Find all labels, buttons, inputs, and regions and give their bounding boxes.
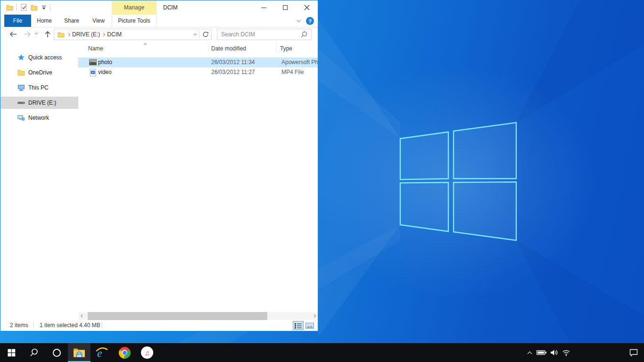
details-view-icon: [294, 322, 302, 329]
divider: [50, 4, 50, 11]
sidebar-item-label: This PC: [28, 84, 49, 91]
file-explorer-window: Manage DCIM File Home Share View Picture…: [0, 0, 318, 331]
taskbar-search-button[interactable]: [23, 343, 45, 362]
window-title: DCIM: [163, 0, 178, 15]
action-center-button[interactable]: [623, 343, 644, 362]
chrome-button[interactable]: [113, 343, 136, 362]
music-note-glyph: ♫: [144, 349, 149, 357]
search-input[interactable]: [217, 31, 301, 38]
recent-locations-chevron-icon[interactable]: [35, 31, 38, 34]
chevron-left-icon: [81, 314, 84, 317]
customize-qat-chevron-icon[interactable]: [41, 5, 47, 10]
contextual-tab-group-label[interactable]: Manage: [112, 0, 157, 15]
breadcrumb-drive[interactable]: DRIVE (E:): [70, 29, 102, 40]
volume-control[interactable]: [548, 343, 560, 362]
close-icon: [304, 5, 310, 10]
minimize-button[interactable]: [253, 0, 274, 15]
thumbnail-view-icon: [305, 322, 314, 329]
file-date-modified: 26/03/2012 11:27: [211, 67, 255, 77]
forward-icon[interactable]: [23, 31, 32, 38]
folder-icon: [58, 32, 65, 38]
address-dropdown-chevron-icon[interactable]: [194, 32, 197, 35]
column-header-date-modified[interactable]: Date modified: [211, 45, 246, 52]
navigation-bar: DRIVE (E:) DCIM: [0, 28, 318, 41]
sidebar-item-this-pc[interactable]: This PC: [0, 82, 78, 94]
item-count: 2 items: [10, 320, 28, 331]
tab-picture-tools[interactable]: Picture Tools: [112, 15, 157, 27]
search-icon[interactable]: [301, 31, 307, 38]
scroll-left-arrow[interactable]: [79, 312, 86, 320]
search-box: [217, 29, 312, 40]
breadcrumb-folder[interactable]: DCIM: [105, 29, 124, 40]
scroll-right-arrow[interactable]: [310, 312, 318, 320]
large-icons-view-button[interactable]: [304, 321, 315, 330]
back-icon[interactable]: [9, 31, 17, 38]
network-icon: [17, 114, 25, 122]
star-icon: [17, 54, 25, 61]
horizontal-scrollbar[interactable]: [79, 312, 318, 320]
taskbar-file-explorer-button[interactable]: [68, 343, 91, 362]
divider: [199, 31, 199, 38]
file-date-modified: 26/03/2012 11:34: [211, 58, 255, 67]
file-row-photo[interactable]: photo 26/03/2012 11:34 Apowersoft Pho: [78, 58, 318, 67]
sidebar-item-label: Network: [28, 115, 49, 121]
sidebar-item-quick-access[interactable]: Quick access: [0, 51, 78, 64]
sidebar-item-label: DRIVE (E:): [28, 99, 56, 106]
file-row-video[interactable]: video 26/03/2012 11:27 MP4 File: [78, 67, 318, 77]
chevron-right-icon: [313, 314, 315, 317]
new-folder-icon[interactable]: [31, 4, 38, 11]
up-icon[interactable]: [44, 31, 51, 38]
sidebar-item-onedrive[interactable]: OneDrive: [0, 66, 78, 79]
divider: [208, 43, 208, 53]
close-button[interactable]: [296, 0, 318, 15]
folder-icon[interactable]: [6, 4, 13, 11]
status-bar: 2 items 1 item selected 4.40 MB: [0, 320, 318, 331]
selection-size: 4.40 MB: [79, 320, 100, 331]
action-center-icon: [629, 348, 638, 357]
itunes-button[interactable]: ♫: [136, 343, 158, 362]
divider: [17, 4, 17, 11]
expand-ribbon-chevron-icon[interactable]: [297, 18, 301, 22]
help-icon[interactable]: ?: [306, 17, 314, 25]
drive-icon: [17, 99, 25, 107]
details-view-button[interactable]: [293, 321, 304, 330]
address-bar-controls: [194, 31, 212, 38]
divider: [102, 322, 102, 329]
refresh-icon[interactable]: [202, 31, 209, 38]
tab-share[interactable]: Share: [58, 15, 86, 27]
taskbar: e ♫: [0, 343, 644, 362]
sidebar-item-label: Quick access: [28, 54, 62, 61]
column-header-type[interactable]: Type: [280, 45, 292, 52]
file-explorer-icon: [73, 348, 85, 358]
file-name: video: [98, 67, 112, 77]
computer-icon: [17, 84, 25, 91]
quick-access-toolbar: [6, 4, 50, 11]
sort-ascending-icon: [144, 43, 147, 46]
network-status[interactable]: [560, 343, 572, 362]
tab-view[interactable]: View: [86, 15, 111, 27]
sidebar-item-label: OneDrive: [28, 69, 52, 76]
start-button[interactable]: [0, 343, 23, 362]
properties-icon[interactable]: [20, 4, 27, 11]
scrollbar-thumb[interactable]: [88, 312, 267, 320]
navigation-pane: Quick access OneDrive This PC DRIVE (E:)…: [0, 41, 78, 311]
sidebar-item-network[interactable]: Network: [0, 112, 78, 124]
ribbon-tab-row: File Home Share View Picture Tools ?: [0, 15, 318, 27]
window-controls: [253, 0, 318, 15]
internet-explorer-button[interactable]: e: [91, 343, 113, 362]
address-bar[interactable]: DRIVE (E:) DCIM: [54, 29, 212, 40]
tab-file[interactable]: File: [4, 15, 31, 27]
show-hidden-icons-button[interactable]: [523, 343, 536, 362]
sidebar-item-drive-e[interactable]: DRIVE (E:): [0, 97, 78, 109]
maximize-button[interactable]: [274, 0, 296, 15]
divider: [276, 43, 277, 53]
video-file-icon: [89, 69, 97, 76]
battery-status[interactable]: [536, 343, 548, 362]
divider: [33, 322, 34, 329]
tab-home[interactable]: Home: [31, 15, 58, 27]
file-name: photo: [98, 58, 112, 67]
column-header-name[interactable]: Name: [88, 45, 103, 52]
volume-icon: [550, 349, 558, 356]
cortana-button[interactable]: [45, 343, 68, 362]
ribbon-right-controls: ?: [297, 15, 314, 27]
